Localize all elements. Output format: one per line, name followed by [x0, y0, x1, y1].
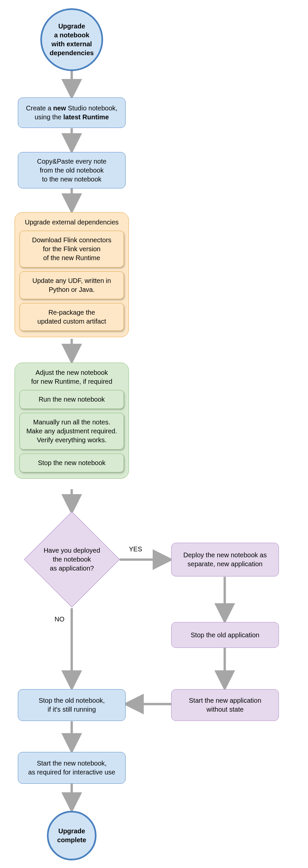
- step-repackage-artifact: Re-package theupdated custom artifact: [20, 303, 124, 331]
- start-node: Upgradea notebookwith externaldependenci…: [40, 8, 103, 71]
- step-update-udf: Update any UDF, written inPython or Java…: [20, 271, 124, 299]
- group-adjust-notebook: Adjust the new notebookfor new Runtime, …: [14, 363, 129, 478]
- step-copy-label: Copy&Paste every notefrom the old notebo…: [37, 157, 106, 184]
- edge-label-yes: YES: [129, 546, 142, 553]
- decision-label: Have you deployedthe notebookas applicat…: [43, 546, 100, 573]
- end-label: Upgradecomplete: [57, 827, 86, 844]
- step-stop-old-notebook: Stop the old notebook,if it's still runn…: [18, 689, 126, 721]
- step-manual-run-verify: Manually run all the notes.Make any adju…: [20, 413, 124, 450]
- group-orange-title: Upgrade external dependencies: [20, 218, 124, 227]
- group-green-title: Adjust the new notebookfor new Runtime, …: [20, 368, 124, 386]
- step-run-new-notebook: Run the new notebook: [20, 390, 124, 409]
- end-node: Upgradecomplete: [47, 811, 96, 860]
- step-create-notebook: Create a new Studio notebook,using the l…: [18, 97, 126, 128]
- start-label: Upgradea notebookwith externaldependenci…: [50, 22, 94, 58]
- step-start-new-notebook: Start the new notebook,as required for i…: [18, 752, 126, 784]
- group-upgrade-dependencies: Upgrade external dependencies Download F…: [14, 212, 129, 337]
- step-create-label: Create a new Studio notebook,using the l…: [26, 104, 118, 122]
- step-copy-paste: Copy&Paste every notefrom the old notebo…: [18, 152, 126, 188]
- step-start-new-app: Start the new applicationwithout state: [171, 689, 279, 721]
- step-download-connectors: Download Flink connectorsfor the Flink v…: [20, 231, 124, 268]
- step-stop-new-notebook: Stop the new notebook: [20, 454, 124, 472]
- step-deploy-new-app: Deploy the new notebook asseparate, new …: [171, 543, 279, 577]
- edge-label-no: NO: [55, 616, 64, 623]
- step-stop-old-app: Stop the old application: [171, 622, 279, 648]
- decision-deployed-as-app: Have you deployedthe notebookas applicat…: [38, 526, 106, 593]
